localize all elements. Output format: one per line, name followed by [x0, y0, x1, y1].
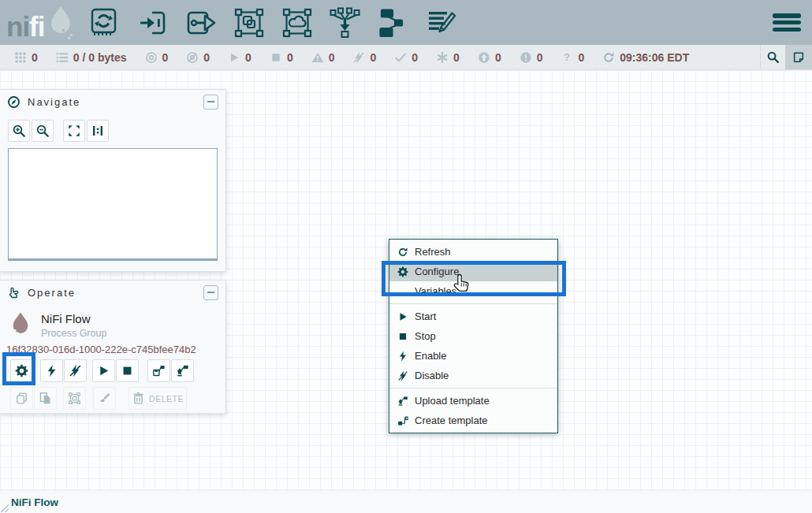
disable-button[interactable] [64, 359, 87, 382]
global-menu-icon[interactable] [773, 13, 801, 32]
paste-button[interactable] [34, 387, 57, 410]
breadcrumb-bar: NiFi Flow [0, 490, 812, 513]
upload-template-button[interactable] [171, 359, 194, 382]
processor-icon[interactable] [88, 6, 122, 40]
menu-item-disable[interactable]: Disable [389, 366, 557, 385]
refresh-icon [602, 51, 615, 64]
navigate-panel-title: Navigate [28, 96, 80, 108]
menu-item-variables[interactable]: Variables [389, 281, 557, 301]
create-template-icon [397, 415, 408, 426]
gear-icon [397, 266, 408, 277]
locally-modified-stale-icon [520, 51, 532, 64]
group-button[interactable] [63, 387, 86, 410]
output-port-icon[interactable] [184, 6, 218, 40]
process-group-droplet-icon [9, 310, 32, 339]
transmitting-icon [145, 51, 158, 64]
flow-canvas[interactable]: Navigate Operate NiFi Flow Process Group… [0, 70, 812, 513]
not-transmitting-icon [186, 51, 199, 64]
running-counter: 0 [228, 51, 251, 64]
bulletin-board-button[interactable] [785, 45, 812, 69]
change-color-button[interactable] [93, 387, 116, 410]
menu-separator [389, 388, 557, 388]
stopped-icon [270, 51, 282, 64]
navigate-collapse-button[interactable] [203, 95, 218, 110]
active-threads-icon [14, 51, 27, 64]
funnel-icon[interactable] [328, 6, 363, 40]
menu-item-start[interactable]: Start [389, 307, 557, 326]
locally-modified-stale-counter: 0 [520, 51, 543, 64]
nifi-logo: nifi [6, 5, 75, 40]
invalid-icon [311, 51, 324, 64]
operate-collapse-button[interactable] [203, 285, 218, 300]
input-port-icon[interactable] [136, 6, 170, 40]
menu-item-upload-template[interactable]: Upload template [389, 391, 557, 411]
stop-icon [397, 331, 408, 342]
copy-button[interactable] [10, 387, 33, 410]
navigate-panel: Navigate [0, 89, 226, 272]
menu-item-create-template[interactable]: Create template [389, 411, 557, 430]
hand-icon [7, 286, 20, 299]
menu-separator [389, 303, 557, 304]
stale-counter: 0 [478, 51, 501, 64]
zoom-fit-button[interactable] [63, 120, 85, 142]
up-to-date-icon [394, 51, 407, 64]
bolt-icon [397, 351, 408, 362]
delete-button[interactable]: DELETE [129, 387, 187, 410]
logo-text-ni: ni [6, 13, 29, 40]
disabled-counter: 0 [352, 51, 376, 64]
menu-item-stop[interactable]: Stop [389, 326, 557, 346]
enable-button[interactable] [40, 359, 63, 382]
component-toolbar [88, 6, 459, 40]
label-icon[interactable] [424, 6, 459, 40]
zoom-in-button[interactable] [8, 120, 30, 142]
locally-modified-icon [436, 51, 449, 64]
template-icon[interactable] [376, 6, 411, 40]
transmitting-counter: 0 [145, 51, 169, 64]
process-group-icon[interactable] [232, 6, 266, 40]
context-menu: Refresh Configure Variables Start Stop E… [389, 239, 558, 433]
search-button[interactable] [760, 45, 785, 69]
operate-panel-title: Operate [28, 287, 76, 299]
save-template-button[interactable] [147, 359, 170, 382]
sync-failure-counter: 0 [561, 51, 584, 64]
compass-icon [7, 95, 20, 109]
variables-icon-slot [397, 286, 408, 297]
refresh-icon [397, 247, 408, 258]
active-threads-counter: 0 [14, 51, 38, 64]
app-header: nifi [0, 0, 812, 45]
upload-template-icon [397, 396, 408, 407]
not-transmitting-counter: 0 [186, 51, 210, 64]
logo-text-fi: fi [29, 13, 44, 40]
zoom-out-button[interactable] [32, 120, 54, 142]
stale-icon [478, 51, 490, 64]
menu-item-refresh[interactable]: Refresh [389, 242, 557, 262]
bolt-slash-icon [397, 370, 408, 381]
zoom-actual-size-button[interactable] [87, 120, 109, 142]
configure-button[interactable] [10, 359, 33, 382]
operate-panel: Operate NiFi Flow Process Group 16f32830… [0, 280, 226, 414]
locally-modified-counter: 0 [436, 51, 460, 64]
up-to-date-counter: 0 [394, 51, 418, 64]
trash-icon [132, 392, 145, 405]
invalid-counter: 0 [311, 51, 335, 64]
status-bar: 0 0 / 0 bytes 0 0 0 0 0 0 0 0 0 0 0 09:3… [0, 45, 812, 70]
nifi-droplet-icon [47, 5, 75, 39]
queued-icon [56, 51, 69, 64]
last-refresh: 09:36:06 EDT [602, 51, 689, 64]
selected-component-type: Process Group [41, 328, 106, 339]
disabled-icon [352, 51, 365, 64]
start-button[interactable] [92, 359, 115, 382]
birdseye-minimap[interactable] [8, 148, 218, 261]
menu-item-configure[interactable]: Configure [389, 262, 557, 281]
queued-counter: 0 / 0 bytes [56, 51, 127, 64]
running-icon [228, 51, 240, 64]
stop-button[interactable] [116, 359, 139, 382]
play-icon [397, 311, 408, 322]
remote-process-group-icon[interactable] [280, 6, 315, 40]
breadcrumb-root[interactable]: NiFi Flow [11, 496, 58, 508]
sync-failure-icon [561, 51, 573, 64]
selected-component-id: 16f32830-016d-1000-222e-c745bfee74b2 [6, 344, 196, 355]
menu-item-enable[interactable]: Enable [389, 346, 557, 366]
breadcrumb-resize-grip[interactable] [1, 504, 9, 512]
selected-component-name: NiFi Flow [41, 312, 91, 325]
